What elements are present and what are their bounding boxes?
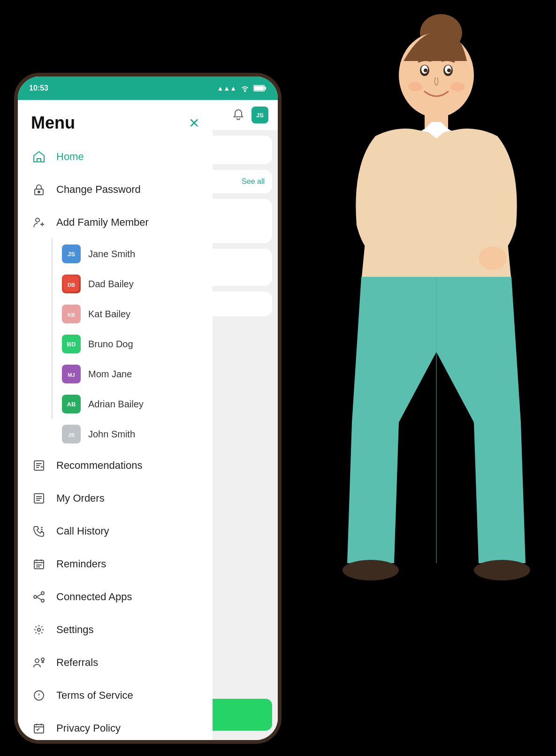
svg-point-40 [450, 82, 465, 92]
settings-icon [31, 622, 47, 638]
svg-point-21 [38, 628, 40, 631]
svg-point-32 [474, 560, 530, 580]
menu-item-call-history[interactable]: Call History [18, 515, 213, 548]
family-member-kb[interactable]: KB Kat Bailey [52, 299, 199, 329]
family-member-db[interactable]: DB Dad Bailey [52, 269, 199, 299]
call-history-label: Call History [56, 525, 109, 537]
menu-item-privacy[interactable]: Privacy Policy [18, 712, 213, 740]
connected-apps-icon [31, 589, 47, 605]
home-icon [31, 149, 47, 165]
menu-overlay: Menu ✕ Home Change Password [18, 100, 213, 740]
menu-item-connected-apps[interactable]: Connected Apps [18, 580, 213, 613]
svg-point-20 [41, 599, 44, 602]
referrals-icon [31, 655, 47, 671]
svg-point-19 [41, 592, 44, 595]
menu-close-button[interactable]: ✕ [189, 115, 199, 131]
svg-point-6 [36, 218, 39, 222]
name-john-smith: John Smith [88, 429, 135, 440]
name-adrian-bailey: Adrian Bailey [88, 399, 144, 410]
avatar-mom-jane: MJ [62, 365, 81, 383]
settings-label: Settings [56, 624, 94, 636]
user-avatar-badge[interactable]: JS [251, 107, 268, 123]
svg-point-5 [38, 191, 40, 193]
svg-point-22 [35, 659, 39, 663]
menu-item-recommendations[interactable]: Recommendations [18, 449, 213, 482]
reminders-label: Reminders [56, 558, 106, 570]
privacy-label: Privacy Policy [56, 722, 121, 734]
menu-item-settings[interactable]: Settings [18, 613, 213, 646]
avatar-dad-bailey: DB [62, 275, 81, 293]
avatar-bruno-dog: BD [62, 335, 81, 353]
svg-text:DB: DB [68, 282, 75, 288]
svg-text:MJ: MJ [68, 372, 75, 378]
family-members-list: JS Jane Smith DB Dad Bailey KB Kat Baile… [18, 239, 213, 449]
svg-point-38 [447, 69, 451, 72]
avatar-adrian-bailey: AB [62, 395, 81, 413]
menu-item-my-orders[interactable]: My Orders [18, 482, 213, 515]
add-person-icon [31, 214, 47, 230]
recommendations-icon [31, 458, 47, 473]
name-dad-bailey: Dad Bailey [88, 279, 134, 290]
status-time: 10:53 [29, 84, 48, 92]
phone-frame: 10:53 ▲▲▲ [14, 73, 282, 744]
family-member-mj[interactable]: MJ Mom Jane [52, 359, 199, 389]
family-member-js[interactable]: JS Jane Smith [52, 239, 199, 269]
name-mom-jane: Mom Jane [88, 369, 132, 380]
menu-item-reminders[interactable]: Reminders [18, 548, 213, 580]
terms-icon [31, 687, 47, 703]
menu-title: Menu [31, 113, 75, 133]
svg-point-23 [41, 658, 44, 661]
svg-point-37 [424, 69, 427, 72]
orders-icon [31, 490, 47, 506]
recommendations-label: Recommendations [56, 459, 142, 472]
menu-item-terms[interactable]: Terms of Service [18, 679, 213, 712]
avatar-kat-bailey: KB [62, 305, 81, 323]
menu-item-change-password[interactable]: Change Password [18, 173, 213, 206]
menu-header: Menu ✕ [18, 100, 213, 140]
connected-apps-label: Connected Apps [56, 591, 132, 603]
terms-label: Terms of Service [56, 689, 133, 702]
svg-text:JS: JS [68, 432, 74, 438]
family-member-bd[interactable]: BD Bruno Dog [52, 329, 199, 359]
reminders-icon [31, 556, 47, 572]
home-label: Home [56, 151, 84, 163]
menu-item-referrals[interactable]: Referrals [18, 646, 213, 679]
svg-point-31 [343, 560, 399, 580]
svg-point-30 [479, 246, 507, 270]
avatar-jane-smith: JS [62, 244, 81, 263]
family-member-ab[interactable]: AB Adrian Bailey [52, 389, 199, 419]
my-orders-label: My Orders [56, 492, 105, 504]
family-member-js2[interactable]: JS John Smith [52, 419, 199, 449]
call-history-icon [31, 523, 47, 539]
name-kat-bailey: Kat Bailey [88, 309, 130, 320]
menu-item-add-family[interactable]: Add Family Member [18, 206, 213, 239]
add-family-label: Add Family Member [56, 216, 149, 229]
name-jane-smith: Jane Smith [88, 249, 135, 260]
change-password-label: Change Password [56, 183, 141, 196]
lock-icon [31, 182, 47, 198]
referrals-label: Referrals [56, 657, 98, 669]
menu-item-home[interactable]: Home [18, 140, 213, 173]
svg-point-18 [34, 596, 37, 598]
svg-text:KB: KB [68, 312, 75, 318]
name-bruno-dog: Bruno Dog [88, 339, 133, 350]
svg-rect-3 [37, 159, 41, 162]
svg-point-39 [408, 82, 422, 92]
avatar-john-smith: JS [62, 425, 81, 443]
notification-icon[interactable] [232, 108, 245, 122]
privacy-icon [31, 720, 47, 736]
